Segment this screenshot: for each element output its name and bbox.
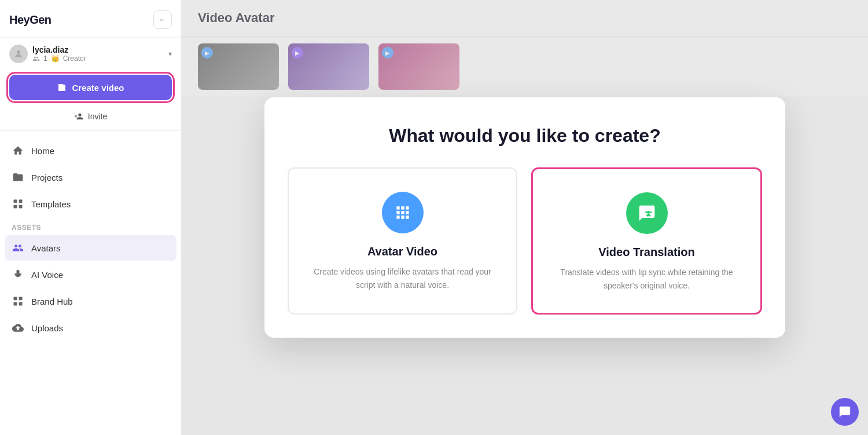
svg-rect-1 xyxy=(14,200,17,203)
user-role: Creator xyxy=(63,54,86,63)
video-translation-icon xyxy=(626,192,668,234)
folder-icon xyxy=(12,171,24,184)
logo: HeyGen xyxy=(9,13,52,27)
avatars-icon xyxy=(12,242,24,254)
sidebar: HeyGen ← lycia.diaz 1 👑 Creator ▾ Create… xyxy=(0,0,182,435)
avatar-video-title: Avatar Video xyxy=(367,245,437,258)
avatar-video-card[interactable]: Avatar Video Create videos using lifelik… xyxy=(288,167,517,315)
sidebar-nav: Home Projects Templates Assets Avatars xyxy=(0,133,181,435)
modal-cards: Avatar Video Create videos using lifelik… xyxy=(288,167,762,315)
svg-rect-4 xyxy=(19,205,23,209)
create-video-icon xyxy=(57,82,67,93)
crown-icon: 👑 xyxy=(51,54,60,63)
create-video-button[interactable]: Create video xyxy=(9,75,172,100)
svg-rect-8 xyxy=(14,302,17,306)
user-members: 1 xyxy=(43,54,47,63)
sidebar-item-uploads[interactable]: Uploads xyxy=(5,315,176,341)
sidebar-item-ai-voice-label: AI Voice xyxy=(31,270,63,280)
chat-bubble-button[interactable] xyxy=(831,398,859,426)
user-meta: 1 👑 Creator xyxy=(32,54,164,63)
svg-point-0 xyxy=(17,50,20,54)
svg-rect-9 xyxy=(19,302,23,306)
sidebar-item-home-label: Home xyxy=(31,146,54,156)
svg-rect-6 xyxy=(14,297,17,301)
user-info: lycia.diaz 1 👑 Creator xyxy=(32,45,164,63)
upload-icon xyxy=(12,321,24,334)
user-section[interactable]: lycia.diaz 1 👑 Creator ▾ xyxy=(0,38,181,70)
main-content: Video Avatar ▶ ▶ ▶ What would you like t… xyxy=(182,0,868,435)
svg-rect-7 xyxy=(19,297,23,301)
sidebar-item-projects-label: Projects xyxy=(31,173,62,182)
sidebar-item-templates[interactable]: Templates xyxy=(5,191,176,217)
modal-overlay[interactable]: What would you like to create? Avatar Vi… xyxy=(182,0,868,435)
avatar xyxy=(9,45,28,63)
avatar-video-icon xyxy=(382,192,424,233)
collapse-button[interactable]: ← xyxy=(153,10,172,29)
video-translation-card[interactable]: Video Translation Translate videos with … xyxy=(531,167,762,315)
video-translation-desc: Translate videos with lip sync while ret… xyxy=(551,266,742,292)
sidebar-item-templates-label: Templates xyxy=(31,199,71,209)
invite-label: Invite xyxy=(88,112,107,121)
sidebar-item-ai-voice[interactable]: AI Voice xyxy=(5,262,176,287)
home-icon xyxy=(12,144,24,157)
create-video-label: Create video xyxy=(72,83,124,93)
sidebar-item-brand-hub[interactable]: Brand Hub xyxy=(5,288,176,314)
invite-icon xyxy=(74,112,83,121)
chat-icon xyxy=(838,405,851,418)
create-modal: What would you like to create? Avatar Vi… xyxy=(264,97,785,338)
svg-rect-2 xyxy=(19,200,23,203)
sidebar-item-home[interactable]: Home xyxy=(5,138,176,163)
avatar-video-desc: Create videos using lifelike avatars tha… xyxy=(307,265,498,291)
sidebar-item-avatars-label: Avatars xyxy=(31,243,61,253)
templates-icon xyxy=(12,198,24,210)
sidebar-header: HeyGen ← xyxy=(0,0,181,38)
nav-divider xyxy=(0,130,181,131)
svg-rect-3 xyxy=(14,205,17,209)
brand-icon xyxy=(12,295,24,308)
sidebar-item-brand-hub-label: Brand Hub xyxy=(31,297,73,306)
sidebar-item-avatars[interactable]: Avatars xyxy=(5,235,176,261)
invite-button[interactable]: Invite xyxy=(0,107,181,128)
sidebar-item-uploads-label: Uploads xyxy=(31,323,63,333)
sidebar-item-projects[interactable]: Projects xyxy=(5,165,176,190)
assets-section-label: Assets xyxy=(5,218,176,235)
chevron-down-icon: ▾ xyxy=(168,50,172,58)
logo-text: HeyGen xyxy=(9,13,52,27)
modal-title: What would you like to create? xyxy=(288,125,762,147)
voice-icon xyxy=(12,268,24,281)
video-translation-title: Video Translation xyxy=(598,246,694,259)
user-name: lycia.diaz xyxy=(32,45,164,54)
